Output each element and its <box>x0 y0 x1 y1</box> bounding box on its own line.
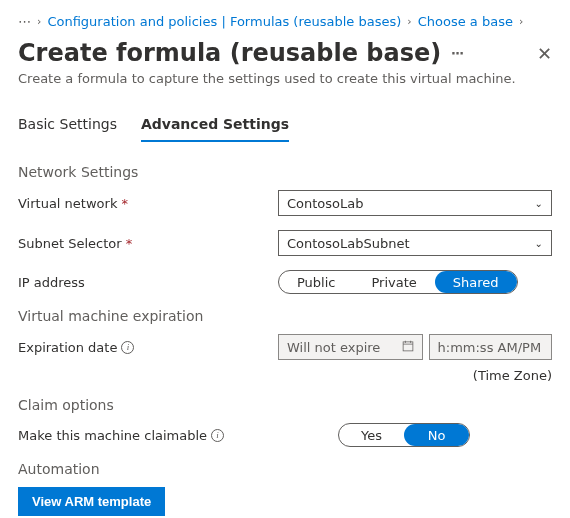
section-network: Network Settings <box>18 164 552 180</box>
view-arm-template-button[interactable]: View ARM template <box>18 487 165 516</box>
ip-option-shared[interactable]: Shared <box>435 271 517 293</box>
calendar-icon <box>402 340 414 355</box>
subnet-label: Subnet Selector* <box>18 236 278 251</box>
vnet-select[interactable]: ContosoLab ⌄ <box>278 190 552 216</box>
tab-basic-settings[interactable]: Basic Settings <box>18 112 117 142</box>
tab-advanced-settings[interactable]: Advanced Settings <box>141 112 289 142</box>
section-automation: Automation <box>18 461 552 477</box>
breadcrumb-config-policies[interactable]: Configuration and policies | Formulas (r… <box>47 14 401 29</box>
ip-option-public[interactable]: Public <box>279 271 353 293</box>
section-expiration: Virtual machine expiration <box>18 308 552 324</box>
ip-label: IP address <box>18 275 278 290</box>
ip-option-private[interactable]: Private <box>353 271 434 293</box>
chevron-down-icon: ⌄ <box>535 198 543 209</box>
title-row: Create formula (reusable base) ⋯ ✕ <box>18 39 552 67</box>
claim-label: Make this machine claimable i <box>18 428 278 443</box>
vnet-label: Virtual network* <box>18 196 278 211</box>
chevron-right-icon: › <box>37 15 41 28</box>
breadcrumb-choose-base[interactable]: Choose a base <box>418 14 513 29</box>
chevron-right-icon: › <box>519 15 523 28</box>
vnet-value: ContosoLab <box>287 196 364 211</box>
page-subtitle: Create a formula to capture the settings… <box>18 71 552 86</box>
close-icon[interactable]: ✕ <box>537 43 552 64</box>
breadcrumb: ⋯ › Configuration and policies | Formula… <box>18 14 552 29</box>
breadcrumb-ellipsis[interactable]: ⋯ <box>18 14 31 29</box>
info-icon[interactable]: i <box>211 429 224 442</box>
timezone-label: (Time Zone) <box>18 368 552 383</box>
svg-rect-0 <box>403 341 413 350</box>
claimable-yes[interactable]: Yes <box>339 424 404 446</box>
chevron-right-icon: › <box>407 15 411 28</box>
section-claim: Claim options <box>18 397 552 413</box>
claimable-no[interactable]: No <box>404 424 469 446</box>
expiration-time-input[interactable]: h:mm:ss AM/PM <box>429 334 552 360</box>
chevron-down-icon: ⌄ <box>535 238 543 249</box>
expdate-label: Expiration date i <box>18 340 278 355</box>
page-title: Create formula (reusable base) <box>18 39 441 67</box>
subnet-value: ContosoLabSubnet <box>287 236 410 251</box>
expiration-time-placeholder: h:mm:ss AM/PM <box>438 340 542 355</box>
tabs: Basic Settings Advanced Settings <box>18 112 552 142</box>
subnet-select[interactable]: ContosoLabSubnet ⌄ <box>278 230 552 256</box>
expiration-date-input[interactable]: Will not expire <box>278 334 423 360</box>
ip-address-selector: Public Private Shared <box>278 270 518 294</box>
more-icon[interactable]: ⋯ <box>451 46 466 61</box>
claimable-toggle: Yes No <box>338 423 470 447</box>
expiration-date-value: Will not expire <box>287 340 380 355</box>
info-icon[interactable]: i <box>121 341 134 354</box>
